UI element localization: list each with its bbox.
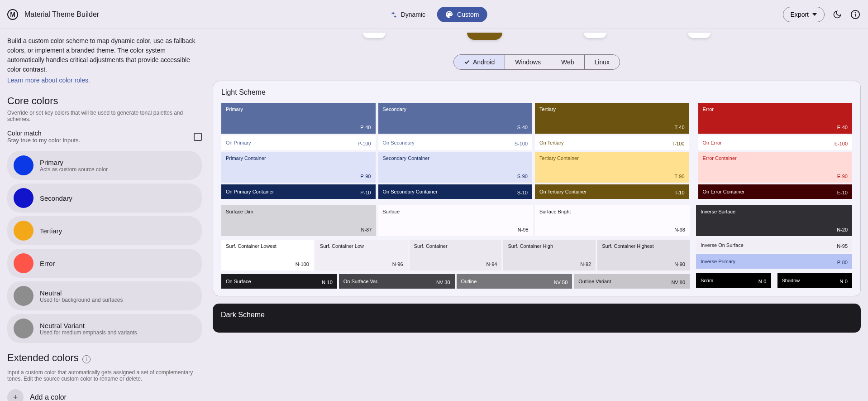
export-button[interactable]: Export	[783, 7, 825, 22]
color-match-sub: Stay true to my color inputs.	[7, 137, 80, 144]
role-outline[interactable]: Outline NV-50	[457, 274, 572, 289]
info-button[interactable]	[850, 9, 861, 20]
add-color-label: Add a color	[30, 393, 67, 401]
add-color-button[interactable]: + Add a color	[7, 389, 202, 401]
role-on-error[interactable]: On Error E-100	[698, 135, 853, 150]
extended-colors-desc: Input a custom color that automatically …	[7, 369, 202, 382]
info-icon	[850, 10, 860, 19]
color-sub: Acts as custom source color	[40, 166, 108, 173]
extended-colors-title: Extended colors	[7, 352, 79, 364]
platform-windows[interactable]: Windows	[505, 55, 551, 69]
color-name: Tertiary	[40, 227, 62, 235]
platform-web[interactable]: Web	[551, 55, 585, 69]
preview-card	[584, 33, 606, 38]
role-inverse-surface[interactable]: Inverse Surface N-20	[696, 205, 852, 236]
color-sub: Used for medium emphasis and variants	[40, 329, 137, 336]
role-surface-dim[interactable]: Surface Dim N-87	[221, 205, 376, 236]
role-surface[interactable]: Surface N-98	[378, 205, 533, 236]
dark-scheme-card: Dark Scheme	[213, 304, 861, 333]
color-match-row: Color match Stay true to my color inputs…	[7, 130, 202, 144]
role-tertiary[interactable]: Tertiary T-40	[535, 103, 689, 134]
role-error[interactable]: Error E-40	[698, 103, 853, 134]
core-color-item[interactable]: Neutral Variant Used for medium emphasis…	[7, 314, 202, 343]
role-sc-highest[interactable]: Surf. Container Highest N-90	[597, 240, 690, 271]
role-primary[interactable]: Primary P-40	[221, 103, 376, 134]
role-outline-variant[interactable]: Outline Variant NV-80	[574, 274, 690, 289]
tab-dynamic[interactable]: Dynamic	[381, 7, 434, 22]
role-column: Tertiary T-40 On Tertiary T-100 Tertiary…	[535, 103, 689, 199]
role-sc-lowest[interactable]: Surf. Container Lowest N-100	[221, 240, 314, 271]
role-error-container[interactable]: Error Container E-90	[698, 152, 853, 183]
role-shadow[interactable]: Shadow N-0	[777, 273, 853, 288]
dark-mode-toggle[interactable]	[832, 9, 843, 20]
preview-card	[688, 33, 711, 38]
intro-text: Build a custom color scheme to map dynam…	[7, 36, 202, 74]
preview-card	[363, 33, 386, 38]
inverse-group: Inverse Surface N-20 Inverse On Surface …	[696, 205, 852, 289]
core-color-item[interactable]: Error	[7, 249, 202, 278]
logo-icon: M	[7, 9, 18, 20]
role-inverse-on-surface[interactable]: Inverse On Surface N-95	[696, 238, 852, 252]
color-match-label: Color match	[7, 130, 80, 137]
core-color-item[interactable]: Primary Acts as custom source color	[7, 151, 202, 180]
role-on-secondary-container[interactable]: On Secondary Container S-10	[378, 184, 533, 199]
color-name: Neutral Variant	[40, 322, 137, 329]
color-swatch	[14, 221, 33, 241]
color-sub: Used for background and surfaces	[40, 297, 123, 303]
palette-icon	[445, 10, 453, 19]
preview-card-accent	[467, 33, 502, 40]
role-primary-container[interactable]: Primary Container P-90	[221, 152, 376, 183]
mode-tabs: Dynamic Custom	[381, 7, 487, 22]
preview-strip	[213, 33, 861, 40]
core-color-item[interactable]: Secondary	[7, 184, 202, 213]
role-on-surface-var[interactable]: On Surface Var. NV-30	[339, 274, 455, 289]
role-tertiary-container[interactable]: Tertiary Container T-90	[535, 152, 689, 183]
role-on-tertiary-container[interactable]: On Tertiary Container T-10	[535, 184, 689, 199]
color-swatch	[14, 188, 33, 208]
role-sc-low[interactable]: Surf. Container Low N-96	[315, 240, 408, 271]
color-name: Error	[40, 260, 55, 267]
role-on-error-container[interactable]: On Error Container E-10	[698, 184, 853, 199]
platform-linux[interactable]: Linux	[585, 55, 620, 69]
main-content: Build a custom color scheme to map dynam…	[0, 29, 868, 401]
header-actions: Export	[783, 7, 861, 22]
color-name: Primary	[40, 159, 108, 166]
role-secondary[interactable]: Secondary S-40	[378, 103, 533, 134]
color-name: Secondary	[40, 194, 72, 202]
core-color-item[interactable]: Neutral Used for background and surfaces	[7, 281, 202, 310]
tab-custom[interactable]: Custom	[437, 7, 487, 22]
app-header: M Material Theme Builder Dynamic Custom …	[0, 0, 868, 29]
role-sc[interactable]: Surf. Container N-94	[410, 240, 502, 271]
app-title: Material Theme Builder	[24, 10, 99, 19]
role-on-primary-container[interactable]: On Primary Container P-10	[221, 184, 376, 199]
role-secondary-container[interactable]: Secondary Container S-90	[378, 152, 533, 183]
role-scrim[interactable]: Scrim N-0	[696, 273, 771, 288]
chevron-down-icon	[812, 13, 817, 16]
role-on-secondary[interactable]: On Secondary S-100	[378, 135, 533, 150]
role-on-surface[interactable]: On Surface N-10	[221, 274, 337, 289]
color-swatch	[14, 155, 33, 175]
role-surface-bright[interactable]: Surface Bright N-98	[535, 205, 690, 236]
color-name: Neutral	[40, 289, 123, 297]
core-color-list: Primary Acts as custom source color Seco…	[7, 151, 202, 343]
platform-android[interactable]: Android	[454, 55, 505, 69]
color-swatch	[14, 253, 33, 273]
role-sc-high[interactable]: Surf. Container High N-92	[503, 240, 596, 271]
plus-icon: +	[7, 389, 24, 401]
role-on-primary[interactable]: On Primary P-100	[221, 135, 376, 150]
export-label: Export	[791, 11, 809, 18]
info-icon[interactable]: i	[82, 355, 91, 363]
role-column: Primary P-40 On Primary P-100 Primary Co…	[221, 103, 376, 199]
color-match-checkbox[interactable]	[194, 133, 202, 141]
core-color-item[interactable]: Tertiary	[7, 216, 202, 245]
role-inverse-primary[interactable]: Inverse Primary P-80	[696, 254, 852, 269]
tab-custom-label: Custom	[457, 11, 479, 18]
light-scheme-title: Light Scheme	[221, 88, 852, 97]
dark-scheme-title: Dark Scheme	[221, 311, 853, 319]
color-swatch	[14, 319, 33, 338]
role-column: Secondary S-40 On Secondary S-100 Second…	[378, 103, 533, 199]
core-colors-desc: Override or set key colors that will be …	[7, 110, 202, 122]
learn-more-link[interactable]: Learn more about color roles.	[7, 77, 90, 84]
role-column: Error E-40 On Error E-100 Error Containe…	[698, 103, 853, 199]
role-on-tertiary[interactable]: On Tertiary T-100	[535, 135, 689, 150]
